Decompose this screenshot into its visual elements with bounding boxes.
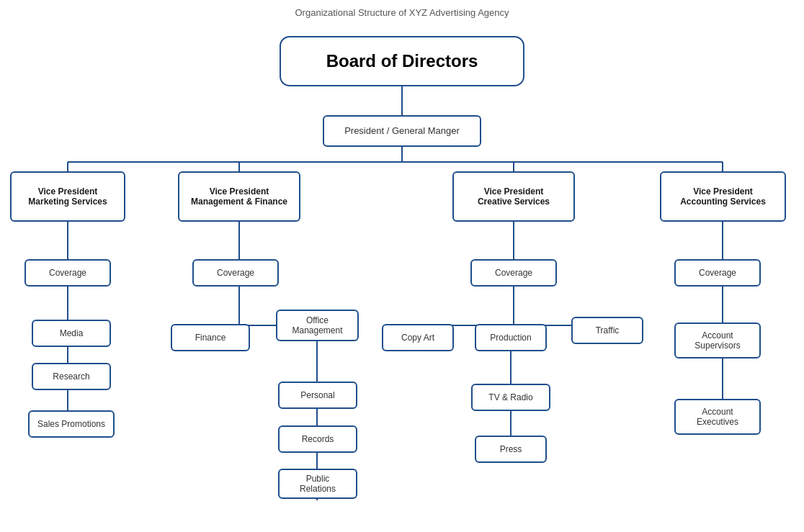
vp-accounting-box: Vice PresidentAccounting Services <box>660 171 786 222</box>
public-relations-box: PublicRelations <box>278 469 357 499</box>
coverage-accounting-box: Coverage <box>674 259 761 287</box>
copy-art-box: Copy Art <box>382 324 454 351</box>
coverage-creative-box: Coverage <box>470 259 557 287</box>
records-box: Records <box>278 425 357 453</box>
media-box: Media <box>32 320 111 347</box>
production-box: Production <box>475 324 547 351</box>
vp-management-box: Vice PresidentManagement & Finance <box>178 171 300 222</box>
vp-creative-box: Vice PresidentCreative Services <box>452 171 575 222</box>
account-supervisors-box: AccountSupervisors <box>674 323 761 359</box>
traffic-box: Traffic <box>571 317 643 344</box>
chart-container: Organizational Structure of XYZ Advertis… <box>0 0 804 532</box>
personal-box: Personal <box>278 382 357 409</box>
press-box: Press <box>475 436 547 463</box>
vp-marketing-box: Vice PresidentMarketing Services <box>10 171 125 222</box>
board-box: Board of Directors <box>280 36 524 86</box>
office-management-box: OfficeManagement <box>276 310 359 341</box>
president-box: President / General Manger <box>323 115 481 147</box>
finance-box: Finance <box>171 324 250 351</box>
research-box: Research <box>32 363 111 390</box>
page-title: Organizational Structure of XYZ Advertis… <box>7 7 797 18</box>
coverage-management-box: Coverage <box>192 259 279 287</box>
tv-radio-box: TV & Radio <box>471 384 550 411</box>
account-executives-box: AccountExecutives <box>674 399 761 435</box>
sales-promotions-box: Sales Promotions <box>28 410 115 438</box>
coverage-marketing-box: Coverage <box>24 259 111 287</box>
